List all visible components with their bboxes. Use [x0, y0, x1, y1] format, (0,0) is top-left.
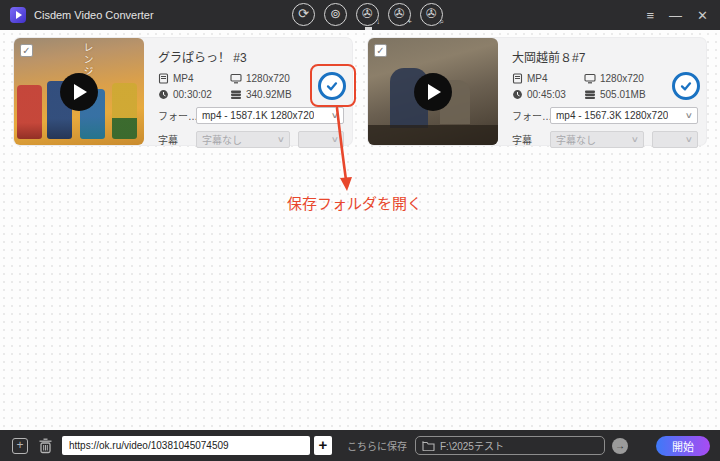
subtitle-select-1[interactable]: 字幕なし ∨ — [196, 131, 290, 148]
chevron-down-icon: ∨ — [277, 135, 285, 144]
clock-icon — [512, 89, 523, 100]
toolbox-glyph: ✇ — [394, 6, 405, 21]
chevron-down-icon: ∨ — [685, 111, 693, 120]
size-value: 505.01MB — [600, 89, 646, 100]
subtitle-row-2: 字幕 字幕なし ∨ ∨ — [512, 131, 698, 148]
monitor-icon — [584, 73, 596, 84]
file-icon — [158, 73, 169, 84]
video-card-2: ✓ 大岡越前８#7 MP4 1280x720 00:45:0 — [368, 38, 706, 145]
format-select-2[interactable]: mp4 - 1567.3K 1280x720 ∨ — [550, 107, 698, 124]
go-arrow-icon[interactable]: → — [612, 438, 628, 454]
select-checkbox-2[interactable]: ✓ — [374, 44, 387, 57]
video-thumbnail-1[interactable]: レンジで ✓ — [14, 38, 144, 145]
converter-glyph: ⟳ — [298, 6, 309, 21]
size-field: 505.01MB — [584, 89, 672, 100]
format-select-value: mp4 - 1567.3K 1280x720 — [556, 110, 668, 121]
nav-icon-group: ⟳ ⊚ ✇ ↓ ✇ + ✇ ⌕ — [292, 3, 443, 26]
start-button[interactable]: 開始 — [656, 436, 710, 456]
container-value: MP4 — [173, 73, 194, 84]
chevron-down-icon: ∨ — [331, 135, 339, 144]
player-badge: ⌕ — [440, 18, 444, 26]
app-logo-icon — [10, 7, 26, 23]
video-meta-1: MP4 1280x720 00:30:02 340.92MB — [158, 73, 318, 100]
select-checkbox-1[interactable]: ✓ — [20, 44, 33, 57]
menu-icon[interactable]: ≡ — [647, 8, 655, 23]
video-card-1: レンジで ✓ グラぱらっ！ #3 MP4 1280x720 — [14, 38, 352, 145]
trash-icon[interactable] — [38, 438, 53, 454]
title-bar: Cisdem Video Converter ⟳ ⊚ ✇ ↓ ✇ + ✇ ⌕ — [0, 0, 720, 30]
add-url-icon[interactable]: + — [12, 438, 28, 454]
close-icon[interactable]: ✕ — [697, 8, 708, 23]
check-icon — [678, 78, 694, 94]
size-value: 340.92MB — [246, 89, 292, 100]
downloader-icon[interactable]: ✇ ↓ — [356, 3, 379, 26]
duration-field: 00:30:02 — [158, 89, 230, 100]
format-row-2: フォー… mp4 - 1567.3K 1280x720 ∨ — [512, 107, 698, 124]
format-label: フォー… — [158, 108, 196, 123]
subtitle-select-value: 字幕なし — [202, 132, 242, 147]
toolbox-icon[interactable]: ✇ + — [388, 3, 411, 26]
ripper-icon[interactable]: ⊚ — [324, 3, 347, 26]
chevron-down-icon: ∨ — [631, 135, 639, 144]
video-info-1: グラぱらっ！ #3 MP4 1280x720 00:30:02 — [158, 48, 344, 148]
format-select-1[interactable]: mp4 - 1587.1K 1280x720 ∨ — [196, 107, 344, 124]
play-icon-1[interactable] — [60, 73, 98, 111]
save-here-label: こちらに保存 — [347, 438, 407, 453]
storage-icon — [584, 89, 596, 100]
container-field: MP4 — [512, 73, 584, 84]
add-download-button[interactable]: + — [314, 436, 332, 455]
format-row-1: フォー… mp4 - 1587.1K 1280x720 ∨ — [158, 107, 344, 124]
folder-icon — [422, 440, 435, 451]
subtitle-label: 字幕 — [512, 132, 550, 147]
save-folder-field[interactable]: F:\2025テスト — [415, 436, 605, 455]
format-label: フォー… — [512, 108, 550, 123]
subtitle-label: 字幕 — [158, 132, 196, 147]
minimize-icon[interactable]: — — [669, 8, 682, 23]
chevron-down-icon: ∨ — [685, 135, 693, 144]
converter-icon[interactable]: ⟳ — [292, 3, 315, 26]
player-icon[interactable]: ✇ ⌕ — [420, 3, 443, 26]
size-field: 340.92MB — [230, 89, 318, 100]
window-controls: ≡ — ✕ — [647, 0, 709, 30]
resolution-field: 1280x720 — [230, 73, 318, 84]
container-value: MP4 — [527, 73, 548, 84]
app-title: Cisdem Video Converter — [34, 9, 154, 21]
downloader-badge: ↓ — [376, 18, 380, 26]
storage-icon — [230, 89, 242, 100]
save-folder-path: F:\2025テスト — [440, 438, 504, 453]
container-field: MP4 — [158, 73, 230, 84]
duration-field: 00:45:03 — [512, 89, 584, 100]
subtitle-track-select-2[interactable]: ∨ — [652, 131, 698, 148]
format-select-value: mp4 - 1587.1K 1280x720 — [202, 110, 314, 121]
main-area: レンジで ✓ グラぱらっ！ #3 MP4 1280x720 — [0, 30, 720, 430]
video-thumbnail-2[interactable]: ✓ — [368, 38, 498, 145]
file-icon — [512, 73, 523, 84]
video-meta-2: MP4 1280x720 00:45:03 505.01MB — [512, 73, 672, 100]
duration-value: 00:30:02 — [173, 89, 212, 100]
subtitle-track-select-1[interactable]: ∨ — [298, 131, 344, 148]
downloader-glyph: ✇ — [362, 6, 373, 21]
video-title-2: 大岡越前８#7 — [512, 48, 698, 65]
video-title-1: グラぱらっ！ #3 — [158, 48, 344, 65]
url-input[interactable] — [62, 436, 310, 455]
toolbox-badge: + — [407, 18, 412, 26]
clock-icon — [158, 89, 169, 100]
check-icon — [324, 78, 340, 94]
resolution-value: 1280x720 — [600, 73, 644, 84]
open-save-folder-button-1[interactable] — [318, 72, 346, 100]
monitor-icon — [230, 73, 242, 84]
chevron-down-icon: ∨ — [331, 111, 339, 120]
subtitle-select-2[interactable]: 字幕なし ∨ — [550, 131, 644, 148]
app-window: Cisdem Video Converter ⟳ ⊚ ✇ ↓ ✇ + ✇ ⌕ — [0, 0, 720, 461]
resolution-value: 1280x720 — [246, 73, 290, 84]
subtitle-select-value: 字幕なし — [556, 132, 596, 147]
annotation-label: 保存フォルダを開く — [287, 192, 422, 213]
resolution-field: 1280x720 — [584, 73, 672, 84]
play-icon-2[interactable] — [414, 73, 452, 111]
video-info-2: 大岡越前８#7 MP4 1280x720 00:45:03 — [512, 48, 698, 148]
bottom-bar: + + こちらに保存 F:\2025テスト → 開始 — [0, 430, 720, 461]
ripper-glyph: ⊚ — [330, 6, 341, 21]
duration-value: 00:45:03 — [527, 89, 566, 100]
subtitle-row-1: 字幕 字幕なし ∨ ∨ — [158, 131, 344, 148]
open-save-folder-button-2[interactable] — [672, 72, 700, 100]
